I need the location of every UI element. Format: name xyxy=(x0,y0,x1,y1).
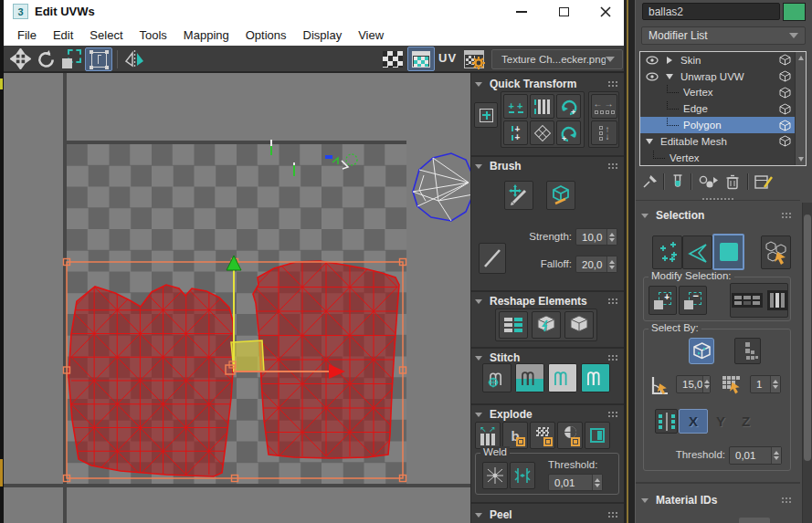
falloff-spinner[interactable]: 20,0 xyxy=(575,256,617,273)
axis-y-button[interactable]: Y xyxy=(710,409,732,434)
reshape-elements-header[interactable]: Reshape Elements xyxy=(475,294,621,309)
edge-subobject-button[interactable] xyxy=(682,235,712,269)
axis-z-button[interactable]: Z xyxy=(733,409,758,434)
planar-angle-spinner[interactable]: 15,0 xyxy=(676,375,711,393)
gizmo-y-arrow[interactable] xyxy=(227,256,241,270)
stitch-to-source-button[interactable] xyxy=(548,363,577,392)
stack-row-skin[interactable]: Skin xyxy=(640,52,795,68)
relax-brush-button[interactable] xyxy=(546,181,575,210)
rotate-tool-button[interactable] xyxy=(34,47,58,70)
strength-spinner[interactable]: 10,0 xyxy=(575,228,617,246)
quick-transform-pivot-button[interactable] xyxy=(474,102,498,128)
make-unique-button[interactable] xyxy=(698,174,720,194)
mirror-tool-button[interactable] xyxy=(121,47,150,70)
stitch-to-average-button[interactable] xyxy=(581,363,610,392)
relax-button[interactable] xyxy=(564,311,594,339)
rotate-ccw-button[interactable]: + xyxy=(556,94,581,119)
linear-align-button[interactable] xyxy=(530,120,554,145)
collapse-arrow-icon[interactable] xyxy=(646,139,653,144)
align-to-edge-button[interactable]: ++ xyxy=(503,120,528,145)
eye-icon[interactable] xyxy=(646,72,659,81)
select-by-element-toggle[interactable] xyxy=(689,338,714,364)
quick-transform-header[interactable]: Quick Transform xyxy=(475,77,621,91)
clipped-button[interactable] xyxy=(739,518,770,523)
move-tool-button[interactable] xyxy=(7,47,33,70)
stack-scrollbar[interactable] xyxy=(795,52,806,165)
modifier-cube-icon[interactable] xyxy=(779,103,791,115)
explode-header[interactable]: Explode xyxy=(475,407,621,422)
select-ring-button[interactable] xyxy=(767,290,787,310)
modifier-cube-icon[interactable] xyxy=(779,70,791,82)
shrink-selection-button[interactable]: − xyxy=(679,286,707,315)
modifier-cube-icon[interactable] xyxy=(779,120,791,131)
menu-mapping[interactable]: Mapping xyxy=(175,26,237,45)
space-vertical-button[interactable] xyxy=(530,94,554,119)
axis-x-button[interactable]: X xyxy=(679,409,708,434)
divider-grip-icon[interactable] xyxy=(701,197,734,202)
weld-selected-button[interactable] xyxy=(482,462,508,489)
stack-row-base-vertex[interactable]: Vertex xyxy=(640,150,795,166)
panel-scrollbar[interactable] xyxy=(802,203,812,523)
minimize-button[interactable] xyxy=(501,0,543,24)
menu-file[interactable]: File xyxy=(9,26,45,45)
material-ids-header[interactable]: Material IDs xyxy=(641,493,795,507)
freeform-mode-button[interactable] xyxy=(85,47,112,71)
select-loop-button[interactable] xyxy=(732,293,763,308)
menu-display[interactable]: Display xyxy=(295,26,351,45)
collapse-arrow-icon[interactable] xyxy=(666,74,673,79)
rotate-cw-button[interactable]: + xyxy=(556,120,581,145)
scroll-up-icon[interactable] xyxy=(798,56,804,60)
object-color-swatch[interactable] xyxy=(783,3,806,21)
select-by-planar-angle-button[interactable] xyxy=(649,372,670,398)
falloff-type-button[interactable] xyxy=(479,243,506,274)
stack-row-edge[interactable]: Edge xyxy=(640,100,795,117)
pin-stack-button[interactable] xyxy=(641,173,658,194)
element-subobject-button[interactable] xyxy=(761,235,791,269)
menu-tools[interactable]: Tools xyxy=(132,26,175,45)
flatten-by-angle-button[interactable]: b xyxy=(502,422,528,449)
selection-header[interactable]: Selection xyxy=(641,208,795,223)
maximize-button[interactable] xyxy=(543,0,585,24)
stack-row-unwrap-uvw[interactable]: Unwrap UVW xyxy=(640,68,795,85)
menu-edit[interactable]: Edit xyxy=(45,26,81,45)
flatten-by-material-button[interactable] xyxy=(557,422,583,449)
modifier-cube-icon[interactable] xyxy=(779,54,791,66)
menu-view[interactable]: View xyxy=(350,26,392,45)
show-end-result-button[interactable] xyxy=(672,173,683,194)
stack-row-vertex[interactable]: Vertex xyxy=(640,85,795,101)
polygon-subobject-button[interactable] xyxy=(712,234,744,270)
flatten-by-smoothing-button[interactable]: ↖ ↗ xyxy=(475,422,501,449)
texture-dropdown[interactable]: Texture Ch...ecker.png) xyxy=(491,49,623,69)
stitch-custom-button[interactable] xyxy=(482,363,511,392)
stitch-to-target-button[interactable] xyxy=(515,363,544,392)
close-button[interactable] xyxy=(585,0,627,24)
target-weld-button[interactable] xyxy=(510,462,535,489)
scrollbar-thumb[interactable] xyxy=(804,214,811,461)
uv-island-blue[interactable] xyxy=(413,153,470,221)
select-by-material-id-button[interactable] xyxy=(721,372,746,398)
selection-threshold-spinner[interactable]: 0,01 xyxy=(729,446,782,465)
uv-canvas[interactable] xyxy=(4,73,470,523)
render-uv-template-button[interactable] xyxy=(460,47,488,71)
select-matching-button[interactable] xyxy=(734,338,761,364)
spinner-arrows-icon[interactable] xyxy=(606,256,617,272)
spinner-arrows-icon[interactable] xyxy=(771,447,781,464)
relax-until-flat-button[interactable] xyxy=(532,311,561,339)
stack-row-editable-mesh[interactable]: Editable Mesh xyxy=(640,133,795,150)
modifier-cube-icon[interactable] xyxy=(779,87,791,99)
titlebar[interactable]: 3 Edit UVWs xyxy=(4,0,624,24)
distribute-horizontal-button[interactable]: ←→ xyxy=(591,94,617,119)
show-map-button[interactable] xyxy=(407,47,435,71)
brush-header[interactable]: Brush xyxy=(475,159,621,173)
move-brush-button[interactable] xyxy=(504,181,533,210)
configure-modifier-sets-button[interactable] xyxy=(754,174,774,194)
uv-space-label[interactable]: UV xyxy=(438,51,457,65)
object-name-field[interactable]: ballas2 xyxy=(642,3,780,20)
distribute-vertical-button[interactable]: ↑↓ xyxy=(591,120,617,145)
material-id-spinner[interactable]: 1 xyxy=(750,375,781,393)
peel-header[interactable]: Peel xyxy=(475,507,621,522)
menu-options[interactable]: Options xyxy=(237,26,295,45)
eye-icon[interactable] xyxy=(646,56,659,65)
stack-row-polygon[interactable]: Polygon xyxy=(640,117,795,133)
weld-threshold-spinner[interactable]: 0,01 xyxy=(548,474,603,491)
